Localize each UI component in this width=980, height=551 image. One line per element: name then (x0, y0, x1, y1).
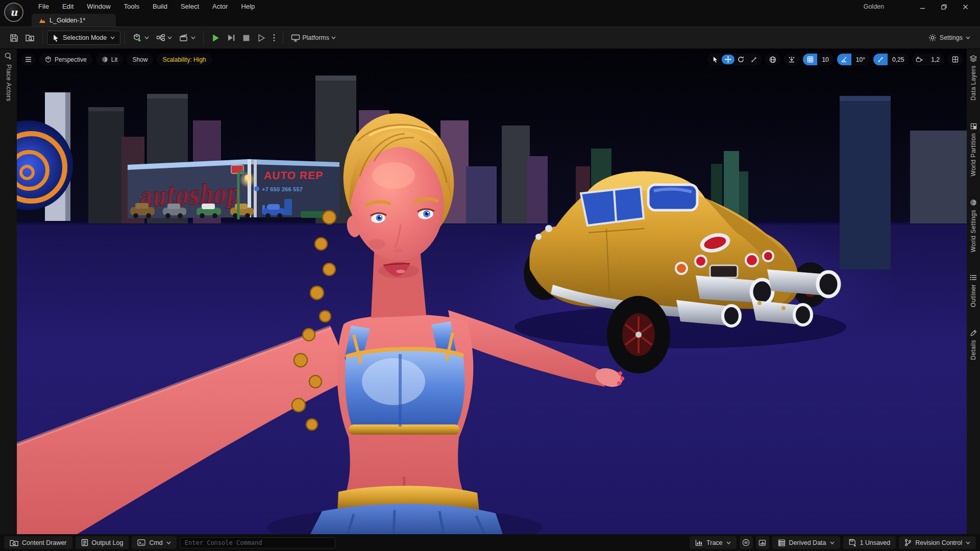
scale-snap-value: 0,25 (888, 54, 909, 65)
camera-speed-value: 1,2 (926, 54, 944, 65)
rotate-tool[interactable] (734, 55, 747, 64)
tab-world-settings[interactable]: World Settings (970, 199, 977, 252)
rotation-snap-control[interactable]: 10° (837, 54, 870, 65)
platforms-label: Platforms (302, 34, 329, 41)
unsaved-indicator[interactable]: 1 Unsaved (843, 536, 896, 549)
tab-data-layers[interactable]: Data Layers (970, 55, 977, 101)
viewport-toolbar: Perspective Lit Show Scalability: High (21, 54, 963, 65)
snapshot-chart-button[interactable] (756, 536, 769, 549)
tab-outliner[interactable]: Outliner (970, 274, 977, 307)
content-drawer-icon (10, 539, 18, 546)
browse-content-button[interactable] (22, 30, 38, 45)
derived-data-dropdown[interactable]: Derived Data (772, 536, 840, 549)
menu-build[interactable]: Build (146, 1, 174, 12)
cmd-dropdown[interactable]: Cmd (132, 536, 176, 549)
layers-icon (970, 55, 977, 62)
selection-mode-label: Selection Mode (63, 34, 107, 41)
menu-help[interactable]: Help (234, 1, 261, 12)
minimize-button[interactable] (912, 1, 933, 12)
grid-snap-control[interactable]: 10 (803, 54, 833, 65)
branch-icon (904, 539, 912, 546)
stop-button[interactable] (239, 30, 254, 45)
status-bar: Content Drawer Output Log Cmd Trace (0, 534, 980, 551)
autoshop-neon-sign: autoshop (138, 178, 240, 212)
console-command-input[interactable] (180, 537, 335, 548)
camera-speed-control[interactable]: 1,2 (912, 54, 944, 65)
toolbar-separator (125, 31, 125, 44)
play-button[interactable] (208, 30, 224, 45)
unreal-logo-icon: u (4, 3, 23, 22)
trace-icon (695, 539, 703, 546)
place-actors-tab[interactable]: Place Actors (5, 64, 12, 102)
menu-file[interactable]: File (32, 1, 56, 12)
rotation-snap-icon (837, 54, 851, 65)
lit-label: Lit (111, 56, 118, 63)
launch-button[interactable] (254, 30, 270, 45)
select-tool[interactable] (709, 55, 722, 64)
scale-snap-control[interactable]: 0,25 (873, 54, 909, 65)
cinematics-button[interactable] (176, 30, 199, 45)
project-title: Golden (864, 3, 884, 10)
menu-select[interactable]: Select (174, 1, 206, 12)
chevron-down-icon (110, 36, 115, 39)
trace-dropdown[interactable]: Trace (690, 536, 737, 549)
viewport-canvas[interactable]: autoshop AUTO REP +7 650 266 557 (17, 49, 967, 534)
chevron-down-icon (966, 541, 970, 544)
details-pencil-icon (970, 330, 977, 336)
viewport-layout-button[interactable] (948, 54, 963, 65)
outliner-list-icon (970, 274, 977, 281)
menu-tools[interactable]: Tools (117, 1, 146, 12)
surface-snapping-button[interactable] (784, 54, 799, 65)
blueprints-button[interactable] (153, 30, 176, 45)
transform-tools (707, 54, 762, 65)
perspective-dropdown[interactable]: Perspective (39, 54, 92, 65)
close-button[interactable] (954, 1, 976, 12)
viewport-options-button[interactable] (21, 54, 36, 65)
menu-actor[interactable]: Actor (206, 1, 234, 12)
settings-dropdown[interactable]: Settings (925, 30, 974, 45)
show-dropdown[interactable]: Show (127, 54, 153, 65)
chevron-down-icon (726, 541, 731, 544)
toolbar-separator (283, 31, 283, 44)
phone-icon (254, 186, 259, 191)
phone-sign: +7 650 266 557 (262, 186, 303, 192)
asset-tab-bar: L_Golden-1* (0, 12, 980, 27)
level-tab[interactable]: L_Golden-1* (32, 14, 116, 27)
level-viewport[interactable]: autoshop AUTO REP +7 650 266 557 (17, 49, 967, 534)
selection-mode-dropdown[interactable]: Selection Mode (47, 31, 120, 45)
scalability-warning[interactable]: Scalability: High (157, 54, 211, 65)
menu-edit[interactable]: Edit (56, 1, 80, 12)
move-tool[interactable] (722, 55, 734, 64)
menu-window[interactable]: Window (80, 1, 117, 12)
play-options-kebab[interactable] (270, 30, 279, 45)
chevron-down-icon (331, 36, 336, 39)
camera-speed-icon (912, 54, 926, 65)
chevron-down-icon (144, 36, 149, 39)
restore-button[interactable] (933, 1, 954, 12)
title-bar: u File Edit Window Tools Build Select Ac… (0, 0, 980, 27)
scale-tool[interactable] (747, 55, 760, 64)
tab-world-partition[interactable]: World Partition (970, 123, 977, 176)
rotation-snap-value: 10° (851, 54, 870, 65)
add-actor-button[interactable] (129, 30, 153, 45)
output-log-icon (81, 539, 88, 546)
show-label: Show (132, 56, 148, 63)
lit-dropdown[interactable]: Lit (96, 54, 124, 65)
frame-skip-button[interactable] (224, 30, 239, 45)
settings-label: Settings (940, 34, 963, 41)
unsaved-save-icon (849, 539, 856, 546)
revision-control-dropdown[interactable]: Revision Control (899, 536, 976, 549)
place-actors-sidebar: Place Actors (0, 49, 17, 534)
platforms-dropdown[interactable]: Platforms (287, 30, 339, 45)
output-log-button[interactable]: Output Log (76, 536, 129, 549)
gear-icon (928, 34, 937, 42)
tab-details[interactable]: Details (970, 330, 977, 360)
level-tab-label: L_Golden-1* (50, 17, 85, 24)
save-button[interactable] (6, 30, 22, 45)
lit-sphere-icon (102, 56, 108, 63)
derived-data-icon (778, 539, 786, 546)
rear-wheel (607, 296, 670, 373)
world-coordinate-toggle[interactable] (765, 54, 780, 65)
content-drawer-button[interactable]: Content Drawer (4, 536, 72, 549)
insights-pause-button[interactable] (740, 536, 753, 549)
